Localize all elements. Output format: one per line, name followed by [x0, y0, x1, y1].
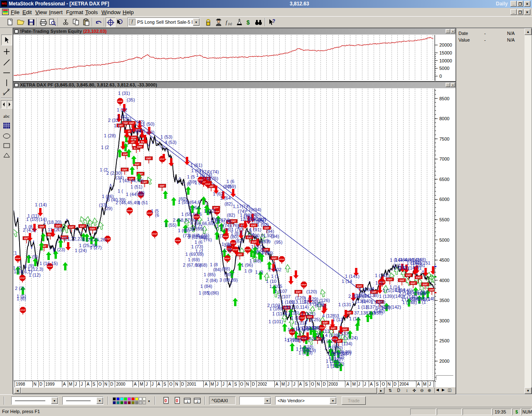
svg-text:1 (2: 1 (2	[14, 265, 21, 270]
svg-text:(12,124,122: (12,124,122	[301, 336, 325, 341]
svg-text:?: ?	[272, 18, 275, 24]
svg-text:1 (6): 1 (6)	[17, 296, 26, 301]
svg-text:1 (50): 1 (50)	[143, 121, 155, 126]
svg-text:(95): (95)	[274, 240, 283, 245]
svg-text:4000: 4000	[439, 278, 449, 283]
svg-text:1 (69,69): 1 (69,69)	[185, 252, 204, 257]
svg-text:1 (129): 1 (129)	[329, 356, 343, 361]
svg-text:2 (102: 2 (102	[268, 267, 281, 272]
svg-text:2000: 2000	[439, 359, 449, 364]
svg-text:1 (131: 1 (131	[338, 302, 351, 307]
svg-text:1 (43,44,49): 1 (43,44,49)	[119, 178, 143, 183]
svg-text:(7: (7	[219, 233, 224, 238]
svg-text:1 (55,64,6: 1 (55,64,6	[181, 212, 202, 217]
svg-text:(82): (82)	[227, 213, 235, 218]
svg-text:0: 0	[165, 399, 167, 403]
svg-text:1 (9: 1 (9	[244, 268, 252, 273]
svg-text:3 (9: 3 (9	[263, 239, 271, 244]
svg-text:1 (6: 1 (6	[183, 181, 191, 186]
svg-text:S: S	[3, 92, 5, 96]
svg-text:1 (64: 1 (64	[189, 205, 200, 210]
svg-text:1 (2: 1 (2	[101, 145, 109, 150]
svg-text:8000: 8000	[439, 116, 449, 121]
svg-text:(80): (80)	[223, 184, 232, 189]
svg-text:(136): (136)	[354, 293, 365, 298]
svg-text:1 (86): 1 (86)	[207, 290, 219, 295]
svg-text:1 (51: 1 (51	[138, 200, 148, 205]
svg-text:2 (84): 2 (84)	[206, 278, 218, 283]
svg-text:1 (148): 1 (148)	[402, 300, 417, 305]
svg-text:(94): (94)	[266, 229, 274, 234]
svg-text:(88): (88)	[222, 266, 230, 271]
svg-text:(29): (29)	[104, 206, 113, 211]
svg-text:1 (10: 1 (10	[266, 279, 276, 284]
svg-text:2 (46,45,49): 2 (46,45,49)	[116, 200, 140, 205]
svg-text:1 (11: 1 (11	[291, 315, 301, 320]
svg-text:1 (: 1 (	[114, 123, 119, 128]
svg-text:1 (7: 1 (7	[195, 180, 202, 185]
svg-text:1 (: 1 (	[118, 188, 123, 193]
svg-text:1 (125): 1 (125)	[306, 317, 320, 322]
svg-text:3 (21,22,23): 3 (21,22,23)	[59, 236, 84, 241]
svg-text:1 (138): 1 (138)	[364, 293, 379, 298]
svg-text:2 (32: 2 (32	[108, 118, 118, 123]
svg-text:1 (16,15): 1 (16,15)	[39, 261, 58, 266]
svg-text:1 (116): 1 (116)	[285, 310, 299, 315]
svg-text:2 (107: 2 (107	[278, 294, 291, 299]
svg-text:1 (138): 1 (138)	[371, 300, 385, 305]
svg-text:1 (105: 1 (105	[269, 284, 282, 289]
svg-text:1 1(767,8: 1 1(767,8	[210, 218, 229, 223]
svg-text:1 (118,19): 1 (118,19)	[296, 326, 316, 331]
svg-text:1 (1: 1 (1	[271, 274, 279, 279]
svg-text:1 (5: 1 (5	[187, 174, 195, 179]
svg-text:1 (8: 1 (8	[222, 242, 229, 247]
svg-text:1 (6: 1 (6	[227, 179, 234, 184]
svg-text:2500: 2500	[439, 338, 449, 343]
svg-text:$: $	[246, 19, 250, 26]
svg-text:1 (24): 1 (24)	[75, 248, 87, 253]
svg-text:1 (9: 1 (9	[255, 270, 263, 275]
svg-text:0: 0	[176, 399, 178, 403]
svg-text:(94): (94)	[271, 234, 279, 239]
svg-text:5500: 5500	[439, 217, 449, 222]
svg-text:1 (84): 1 (84)	[200, 284, 212, 289]
svg-text:1 (108): 1 (108)	[284, 337, 299, 342]
svg-text:1 (101): 1 (101)	[268, 319, 283, 324]
svg-text:1 (27): 1 (27)	[90, 245, 102, 250]
svg-text:1 (13: 1 (13	[349, 316, 360, 321]
svg-text:1 (18,20): 1 (18,20)	[43, 220, 62, 225]
svg-text:7000: 7000	[439, 156, 449, 161]
svg-text:2 (145,1(45,5: 2 (145,1(45,5	[399, 291, 426, 296]
svg-text:1 (9(94): 1 (9(94)	[245, 207, 261, 212]
svg-text:f: f	[226, 20, 228, 25]
svg-text:1 (141): 1 (141)	[375, 273, 389, 278]
svg-text:2 (143,(147)1: 2 (143,(147)1	[394, 265, 421, 270]
svg-text:5000: 5000	[439, 238, 449, 243]
svg-text:6000: 6000	[439, 197, 449, 202]
svg-text:3 (88,89): 3 (88,89)	[219, 277, 238, 282]
svg-text:1 (8: 1 (8	[224, 248, 232, 253]
svg-text:1 (136): 1 (136)	[359, 287, 374, 292]
svg-text:1 (141): 1 (141)	[345, 274, 360, 279]
svg-text:1 (129): 1 (129)	[304, 297, 318, 302]
svg-text:1 (14): 1 (14)	[35, 202, 47, 207]
svg-text:1 (1(9(32): 1 (1(9(32)	[327, 351, 347, 356]
svg-text:1 (28): 1 (28)	[104, 133, 116, 138]
svg-text:1 (69): 1 (69)	[188, 257, 200, 262]
svg-text:1 (51): 1 (51)	[131, 184, 143, 189]
svg-text:(47): (47)	[137, 129, 145, 134]
svg-text:(7: (7	[207, 210, 211, 215]
svg-text:(82): (82)	[224, 201, 233, 206]
svg-text:5000: 5000	[439, 66, 449, 71]
svg-text:1 (: 1 (	[237, 224, 243, 229]
svg-text:(50): (50)	[146, 130, 155, 135]
svg-text:(1: (1	[14, 250, 17, 255]
svg-text:1 (53): 1 (53)	[160, 134, 172, 139]
svg-text:1 (44,48): 1 (44,48)	[126, 192, 144, 197]
svg-text:4 (128): 4 (128)	[325, 333, 340, 338]
svg-text:1 (118: 1 (118	[294, 320, 307, 325]
svg-text:(89): (89)	[224, 272, 233, 277]
svg-text:1 (121): 1 (121)	[301, 311, 315, 316]
svg-text:(144)(151: (144)(151	[411, 260, 431, 265]
svg-text:1 (9): 1 (9)	[28, 254, 38, 259]
